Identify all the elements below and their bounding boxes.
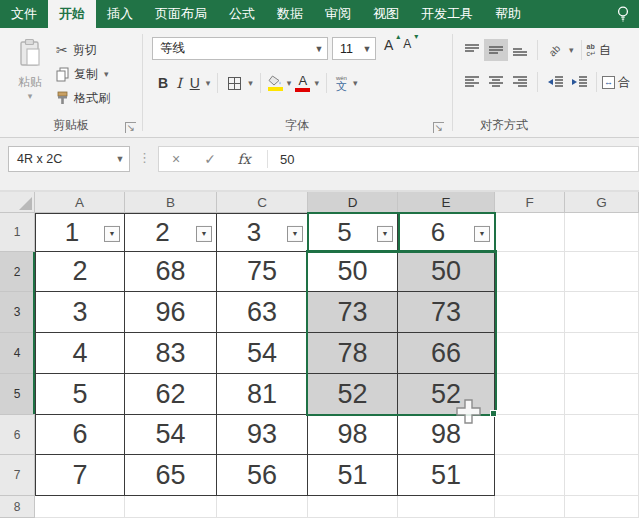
cell-G6[interactable]: [565, 415, 639, 455]
italic-button[interactable]: I: [172, 71, 186, 95]
tab-page-layout[interactable]: 页面布局: [144, 0, 218, 28]
col-header-A[interactable]: A: [35, 192, 125, 213]
cell-G3[interactable]: [565, 292, 639, 333]
cell-C4[interactable]: 54: [217, 333, 308, 374]
cell-B8[interactable]: [125, 496, 217, 518]
tab-file[interactable]: 文件: [0, 0, 48, 28]
cell-C1[interactable]: 3▼: [217, 213, 308, 252]
clipboard-dialog-launcher[interactable]: ↘: [125, 122, 136, 133]
font-name-dropdown-arrow[interactable]: ▼: [311, 44, 327, 54]
row-header-3[interactable]: 3: [0, 292, 35, 333]
formula-input[interactable]: 50: [274, 152, 294, 167]
cell-D6[interactable]: 98: [308, 415, 398, 455]
cell-E3[interactable]: 73: [398, 292, 495, 333]
cell-F2[interactable]: [495, 252, 565, 292]
col-header-D[interactable]: D: [308, 192, 398, 213]
cell-A4[interactable]: 4: [35, 333, 125, 374]
cell-D3[interactable]: 73: [308, 292, 398, 333]
col-header-G[interactable]: G: [565, 192, 639, 213]
select-all-corner[interactable]: [0, 192, 35, 213]
tab-developer[interactable]: 开发工具: [410, 0, 484, 28]
cell-F3[interactable]: [495, 292, 565, 333]
insert-function-button[interactable]: fx: [227, 151, 261, 167]
filter-button-E1[interactable]: ▼: [474, 225, 490, 241]
merge-center-button[interactable]: ↔ 合: [602, 74, 630, 91]
cell-F7[interactable]: [495, 455, 565, 496]
col-header-B[interactable]: B: [125, 192, 217, 213]
cell-A7[interactable]: 7: [35, 455, 125, 496]
decrease-indent-button[interactable]: [543, 71, 567, 93]
align-center-button[interactable]: [484, 71, 508, 93]
tab-formulas[interactable]: 公式: [218, 0, 266, 28]
filter-button-C1[interactable]: ▼: [287, 225, 303, 241]
tab-view[interactable]: 视图: [362, 0, 410, 28]
bold-button[interactable]: B: [154, 71, 172, 95]
row-header-6[interactable]: 6: [0, 415, 35, 455]
tab-insert[interactable]: 插入: [96, 0, 144, 28]
cell-B4[interactable]: 83: [125, 333, 217, 374]
col-header-E[interactable]: E: [398, 192, 495, 213]
cell-C3[interactable]: 63: [217, 292, 308, 333]
cell-G7[interactable]: [565, 455, 639, 496]
cell-A6[interactable]: 6: [35, 415, 125, 455]
cell-B6[interactable]: 54: [125, 415, 217, 455]
paste-button[interactable]: 粘贴 ▾: [8, 38, 52, 116]
cell-C8[interactable]: [217, 496, 308, 518]
cut-button[interactable]: ✂ 剪切: [56, 40, 97, 60]
format-painter-button[interactable]: 格式刷: [56, 88, 110, 108]
row-header-5[interactable]: 5: [0, 374, 35, 415]
phonetic-guide-button[interactable]: wén 文: [332, 71, 351, 95]
cell-C2[interactable]: 75: [217, 252, 308, 292]
cell-B1[interactable]: 2▼: [125, 213, 217, 252]
cell-G4[interactable]: [565, 333, 639, 374]
cell-E6[interactable]: 98: [398, 415, 495, 455]
orientation-dropdown-arrow[interactable]: ▾: [567, 45, 576, 55]
cell-F5[interactable]: [495, 374, 565, 415]
tab-review[interactable]: 审阅: [314, 0, 362, 28]
cell-E5[interactable]: 52: [398, 374, 495, 415]
cell-F8[interactable]: [495, 496, 565, 518]
cell-D1[interactable]: 5▼: [308, 213, 398, 252]
cell-E7[interactable]: 51: [398, 455, 495, 496]
cell-A5[interactable]: 5: [35, 374, 125, 415]
fill-color-dropdown-arrow[interactable]: ▾: [285, 78, 294, 88]
underline-button[interactable]: U: [186, 71, 204, 95]
increase-indent-button[interactable]: [567, 71, 591, 93]
col-header-C[interactable]: C: [217, 192, 308, 213]
cell-B5[interactable]: 62: [125, 374, 217, 415]
font-name-combo[interactable]: 等线 ▼: [152, 37, 328, 60]
phonetic-dropdown-arrow[interactable]: ▾: [351, 78, 360, 88]
cell-C5[interactable]: 81: [217, 374, 308, 415]
cell-G1[interactable]: [565, 213, 639, 252]
cell-A2[interactable]: 2: [35, 252, 125, 292]
copy-dropdown-arrow[interactable]: ▾: [104, 69, 109, 79]
align-right-button[interactable]: [508, 71, 532, 93]
orientation-button[interactable]: ab: [543, 39, 567, 61]
cell-F1[interactable]: [495, 213, 565, 252]
cell-E4[interactable]: 66: [398, 333, 495, 374]
row-header-1[interactable]: 1: [0, 213, 35, 252]
font-size-combo[interactable]: 11 ▼: [332, 37, 376, 60]
filter-button-D1[interactable]: ▼: [377, 225, 393, 241]
align-left-button[interactable]: [460, 71, 484, 93]
cell-B7[interactable]: 65: [125, 455, 217, 496]
cell-E8[interactable]: [398, 496, 495, 518]
cell-A1[interactable]: 1▼: [35, 213, 125, 252]
formula-bar-drag-handle[interactable]: ⋮: [138, 150, 151, 165]
tab-help[interactable]: 帮助: [484, 0, 532, 28]
align-top-button[interactable]: [460, 39, 484, 61]
cell-A8[interactable]: [35, 496, 125, 518]
cell-C7[interactable]: 56: [217, 455, 308, 496]
filter-button-B1[interactable]: ▼: [196, 225, 212, 241]
font-dialog-launcher[interactable]: ↘: [433, 122, 444, 133]
cell-D2[interactable]: 50: [308, 252, 398, 292]
row-header-7[interactable]: 7: [0, 455, 35, 496]
cell-E2[interactable]: 50: [398, 252, 495, 292]
name-box-dropdown-arrow[interactable]: ▼: [111, 154, 129, 164]
increase-font-size-button[interactable]: A▴: [384, 37, 393, 53]
row-header-8[interactable]: 8: [0, 496, 35, 518]
tell-me-lightbulb-icon[interactable]: [615, 0, 631, 28]
paste-dropdown-arrow[interactable]: ▾: [8, 91, 52, 101]
borders-button[interactable]: [223, 71, 246, 95]
cell-A3[interactable]: 3: [35, 292, 125, 333]
